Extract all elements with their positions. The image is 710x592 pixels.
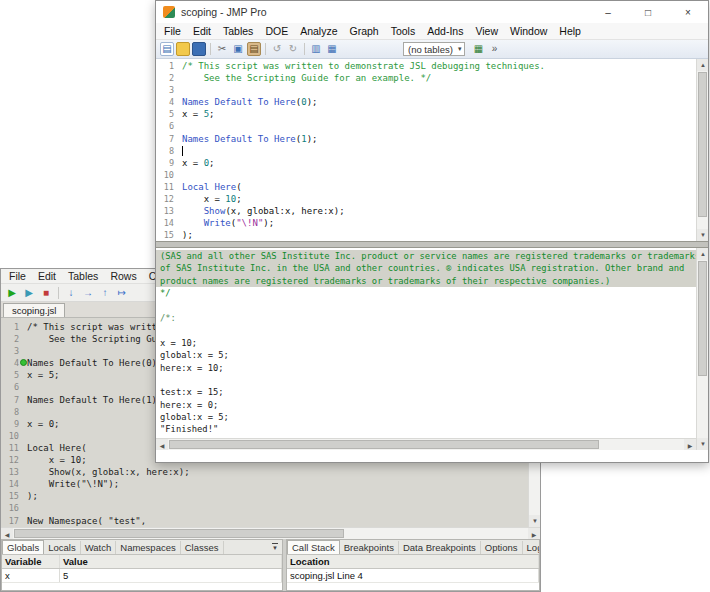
code-line[interactable]: 6 <box>156 120 696 132</box>
open-icon[interactable] <box>176 42 190 56</box>
run-to-breakpoint-icon[interactable]: ▶ <box>22 286 36 300</box>
tab-watch[interactable]: Watch <box>81 541 117 554</box>
cut-icon[interactable]: ✂ <box>215 42 229 56</box>
menu-help[interactable]: Help <box>553 25 587 37</box>
step-into-icon[interactable]: ↓ <box>64 286 78 300</box>
code-line[interactable]: 15); <box>156 229 696 241</box>
menu-edit[interactable]: Edit <box>32 270 62 282</box>
code-line[interactable]: 7Names Default To Here(1); <box>156 133 696 145</box>
stop-icon[interactable]: ■ <box>39 286 53 300</box>
menu-add-ins[interactable]: Add-Ins <box>421 25 469 37</box>
log-line: /*: <box>156 312 696 324</box>
tab-call-stack[interactable]: Call Stack <box>287 540 340 554</box>
scroll-left-icon[interactable]: ◀ <box>156 439 168 450</box>
scroll-down-icon[interactable]: ▼ <box>529 515 540 527</box>
tab-options[interactable]: Options <box>481 541 523 554</box>
code-line[interactable]: 15); <box>1 490 528 502</box>
table-row[interactable]: x5 <box>2 569 282 583</box>
code-line[interactable]: 2 See the Scripting Guide for an example… <box>156 72 696 84</box>
code-line[interactable]: 8 <box>156 145 696 157</box>
code-text: See the Scripting Guide for an example. … <box>182 72 431 84</box>
code-line[interactable]: 13 Show(x, global:x, here:x); <box>156 205 696 217</box>
code-line[interactable]: 14 Write("\!N"); <box>1 478 528 490</box>
toolbar-overflow-icon[interactable]: » <box>487 42 501 56</box>
code-line[interactable]: 5x = 5; <box>156 108 696 120</box>
column-header-value[interactable]: Value <box>60 555 282 568</box>
code-line[interactable]: 16 <box>1 502 528 514</box>
log-line <box>156 374 696 386</box>
new-script-icon[interactable]: ▤ <box>160 42 174 56</box>
tab-log[interactable]: Log <box>523 541 540 554</box>
tab-breakpoints[interactable]: Breakpoints <box>340 541 399 554</box>
menu-doe[interactable]: DOE <box>259 25 294 37</box>
menu-file[interactable]: File <box>3 270 32 282</box>
redo-icon[interactable]: ↻ <box>286 42 300 56</box>
code-line[interactable]: 17New Namespace( "test", <box>1 515 528 527</box>
close-button[interactable]: × <box>668 1 708 23</box>
menu-rows[interactable]: Rows <box>104 270 142 282</box>
scrollbar-thumb[interactable] <box>698 72 707 217</box>
menu-tables[interactable]: Tables <box>217 25 259 37</box>
pane-splitter[interactable] <box>156 241 708 248</box>
scrollbar-thumb[interactable] <box>169 440 599 449</box>
copy-icon[interactable]: ▣ <box>231 42 245 56</box>
tables-dropdown[interactable]: (no tables) ▾ <box>403 42 465 56</box>
scroll-up-icon[interactable]: ▲ <box>697 248 708 260</box>
run-to-cursor-icon[interactable]: ↦ <box>115 286 129 300</box>
paste-icon[interactable]: ▤ <box>247 42 261 56</box>
debugger-h-scrollbar[interactable]: ◀ ▶ <box>1 527 540 539</box>
tab-data-breakpoints[interactable]: Data Breakpoints <box>399 541 481 554</box>
save-icon[interactable] <box>192 42 206 56</box>
tab-namespaces[interactable]: Namespaces <box>116 541 180 554</box>
scroll-right-icon[interactable]: ▶ <box>684 439 696 450</box>
log-v-scrollbar[interactable]: ▲ ▼ <box>696 248 708 450</box>
code-line[interactable]: 14 Write("\!N"); <box>156 217 696 229</box>
scroll-down-icon[interactable]: ▼ <box>697 229 708 241</box>
tab-globals[interactable]: Globals <box>2 540 44 554</box>
menu-edit[interactable]: Edit <box>187 25 217 37</box>
line-number: 13 <box>1 466 19 478</box>
run-icon[interactable]: ▶ <box>5 286 19 300</box>
code-line[interactable]: 13 Show(x, global:x, here:x); <box>1 466 528 478</box>
column-header-location[interactable]: Location <box>287 555 539 568</box>
new-data-table-icon[interactable]: ▦ <box>471 42 485 56</box>
scroll-down-icon[interactable]: ▼ <box>697 438 708 450</box>
tab-classes[interactable]: Classes <box>181 541 224 554</box>
code-line[interactable]: 9x = 0; <box>156 157 696 169</box>
tables-dropdown-value: (no tables) <box>408 44 453 55</box>
maximize-button[interactable]: □ <box>628 1 668 23</box>
scrollbar-track[interactable] <box>697 260 708 438</box>
code-line[interactable]: 12 x = 10; <box>156 193 696 205</box>
script-editor[interactable]: 1/* This script was written to demonstra… <box>156 59 696 241</box>
step-out-icon[interactable]: ↑ <box>98 286 112 300</box>
scroll-up-icon[interactable]: ▲ <box>697 59 708 71</box>
menu-analyze[interactable]: Analyze <box>294 25 343 37</box>
journal-icon[interactable]: ▥ <box>309 42 323 56</box>
log-line: here:x = 0; <box>156 399 696 411</box>
log-h-scrollbar[interactable]: ◀ ▶ <box>156 438 696 450</box>
layout-icon[interactable]: ▦ <box>325 42 339 56</box>
menu-tools[interactable]: Tools <box>385 25 422 37</box>
code-line[interactable]: 11Local Here( <box>156 181 696 193</box>
menu-tables[interactable]: Tables <box>62 270 104 282</box>
step-over-icon[interactable]: → <box>81 286 95 300</box>
menu-file[interactable]: File <box>158 25 187 37</box>
scrollbar-thumb[interactable] <box>14 529 344 538</box>
menu-view[interactable]: View <box>469 25 504 37</box>
column-header-variable[interactable]: Variable <box>2 555 60 568</box>
panel-menu-icon[interactable]: ▼ <box>272 543 278 551</box>
minimize-button[interactable]: – <box>588 1 628 23</box>
table-row[interactable]: scoping.jsl Line 4 <box>287 569 539 583</box>
tab-locals[interactable]: Locals <box>44 541 80 554</box>
menu-graph[interactable]: Graph <box>344 25 385 37</box>
code-line[interactable]: 4Names Default To Here(0); <box>156 96 696 108</box>
scrollbar-track[interactable] <box>697 71 708 229</box>
code-line[interactable]: 1/* This script was written to demonstra… <box>156 60 696 72</box>
scrollbar-thumb[interactable] <box>698 261 707 376</box>
editor-v-scrollbar[interactable]: ▲ ▼ <box>696 59 708 241</box>
code-line[interactable]: 10 <box>156 169 696 181</box>
code-line[interactable]: 3 <box>156 84 696 96</box>
menu-window[interactable]: Window <box>504 25 553 37</box>
tab-scoping-jsl[interactable]: scoping.jsl <box>3 303 65 317</box>
undo-icon[interactable]: ↺ <box>270 42 284 56</box>
